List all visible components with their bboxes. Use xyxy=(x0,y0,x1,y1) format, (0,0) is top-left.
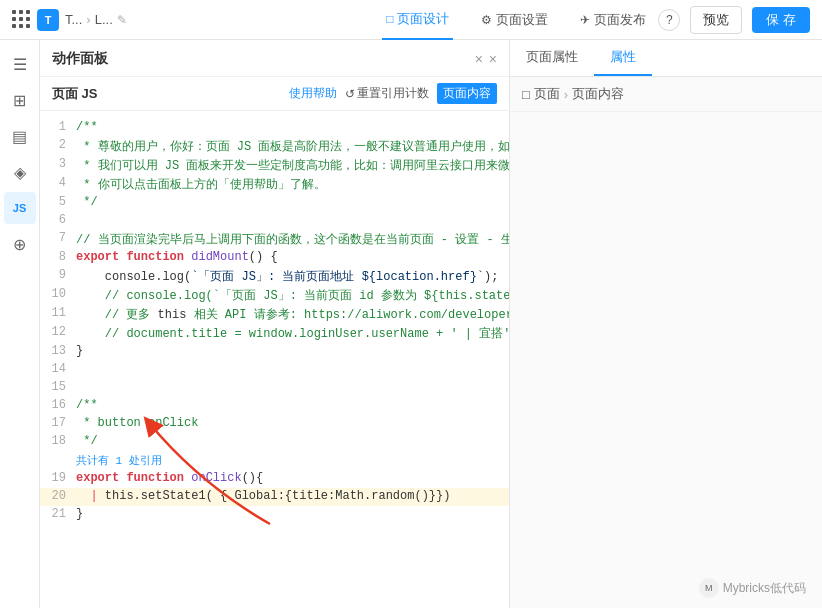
breadcrumb: T... › L... ✎ xyxy=(65,12,127,27)
js-icon[interactable]: JS xyxy=(4,192,36,224)
code-line: 9 console.log(`「页面 JS」: 当前页面地址 ${locatio… xyxy=(40,267,509,286)
layout-icon[interactable]: ▤ xyxy=(4,120,36,152)
tab-page-design[interactable]: □ 页面设计 xyxy=(382,0,453,40)
code-line: 3 * 我们可以用 JS 面板来开发一些定制度高功能，比如：调用阿里云接口用来微… xyxy=(40,156,509,175)
ref-count-label: 共计有 1 处引用 xyxy=(40,451,509,470)
topbar-right: ? 预览 保 存 xyxy=(658,6,810,34)
code-line: 1 /** xyxy=(40,119,509,137)
attr-header: □ 页面 › 页面内容 xyxy=(510,77,822,112)
right-panel-tabs: 页面属性 属性 xyxy=(510,40,822,77)
main-layout: ☰ ⊞ ▤ ◈ JS ⊕ 动作面板 × × 页面 JS 使用帮助 ↺ 重置引用计… xyxy=(0,40,822,608)
code-line: 4 * 你可以点击面板上方的「使用帮助」了解。 xyxy=(40,175,509,194)
page-js-actions: 使用帮助 ↺ 重置引用计数 页面内容 xyxy=(289,83,497,104)
code-line: 6 xyxy=(40,212,509,230)
minimize-button[interactable]: × xyxy=(475,51,483,67)
page-js-title: 页面 JS xyxy=(52,85,98,103)
code-line: 13 } xyxy=(40,343,509,361)
action-panel-title: 动作面板 xyxy=(52,50,108,68)
app-logo: T xyxy=(37,9,59,31)
help-button[interactable]: ? xyxy=(658,9,680,31)
topbar-tabs: □ 页面设计 ⚙ 页面设置 ✈ 页面发布 xyxy=(382,0,650,40)
attr-breadcrumb: □ 页面 › 页面内容 xyxy=(522,85,624,103)
settings-icon: ⚙ xyxy=(481,13,492,27)
code-line: 7 // 当页面渲染完毕后马上调用下面的函数，这个函数是在当前页面 - 设置 -… xyxy=(40,230,509,249)
action-panel-header: 动作面板 × × xyxy=(40,40,509,77)
help-link[interactable]: 使用帮助 xyxy=(289,85,337,102)
code-line: 17 * button onClick xyxy=(40,415,509,433)
design-icon: □ xyxy=(386,12,393,26)
watermark: M Mybricks低代码 xyxy=(699,578,806,598)
code-line: 2 * 尊敬的用户，你好：页面 JS 面板是高阶用法，一般不建议普通用户使用，如… xyxy=(40,137,509,156)
code-line: 8 export function didMount() { xyxy=(40,249,509,267)
action-panel: 动作面板 × × 页面 JS 使用帮助 ↺ 重置引用计数 页面内容 1 xyxy=(40,40,510,608)
preview-button[interactable]: 预览 xyxy=(690,6,742,34)
left-sidebar: ☰ ⊞ ▤ ◈ JS ⊕ xyxy=(0,40,40,608)
components-icon[interactable]: ⊞ xyxy=(4,84,36,116)
grid-icon[interactable] xyxy=(12,10,31,29)
close-buttons: × × xyxy=(475,51,497,67)
watermark-text: Mybricks低代码 xyxy=(723,580,806,597)
code-editor[interactable]: 1 /** 2 * 尊敬的用户，你好：页面 JS 面板是高阶用法，一般不建议普通… xyxy=(40,111,509,608)
topbar: T T... › L... ✎ □ 页面设计 ⚙ 页面设置 ✈ 页面发布 ? 预… xyxy=(0,0,822,40)
tab-page-settings[interactable]: ⚙ 页面设置 xyxy=(477,0,552,40)
code-line-highlight: 20 | this.setState1( { Global:{title:Mat… xyxy=(40,488,509,506)
save-button[interactable]: 保 存 xyxy=(752,7,810,33)
code-line: 5 */ xyxy=(40,194,509,212)
edit-icon[interactable]: ✎ xyxy=(117,13,127,27)
close-button[interactable]: × xyxy=(489,51,497,67)
code-line: 14 xyxy=(40,361,509,379)
code-line: 19 export function onClick(){ xyxy=(40,470,509,488)
code-line: 21 } xyxy=(40,506,509,524)
page-content-button[interactable]: 页面内容 xyxy=(437,83,497,104)
watermark-logo: M xyxy=(699,578,719,598)
code-line: 16 /** xyxy=(40,397,509,415)
code-line: 18 */ xyxy=(40,433,509,451)
menu-icon[interactable]: ☰ xyxy=(4,48,36,80)
attr-page-icon: □ xyxy=(522,87,530,102)
topbar-left: T T... › L... ✎ xyxy=(12,9,374,31)
tab-attributes[interactable]: 属性 xyxy=(594,40,652,76)
tab-page-publish[interactable]: ✈ 页面发布 xyxy=(576,0,650,40)
code-line: 15 xyxy=(40,379,509,397)
data-icon[interactable]: ◈ xyxy=(4,156,36,188)
tab-page-properties[interactable]: 页面属性 xyxy=(510,40,594,76)
publish-icon: ✈ xyxy=(580,13,590,27)
reset-button[interactable]: ↺ 重置引用计数 xyxy=(345,85,429,102)
code-line: 11 // 更多 this 相关 API 请参考: https://aliwor… xyxy=(40,305,509,324)
right-panel: 页面属性 属性 □ 页面 › 页面内容 xyxy=(510,40,822,608)
page-js-bar: 页面 JS 使用帮助 ↺ 重置引用计数 页面内容 xyxy=(40,77,509,111)
reset-icon: ↺ xyxy=(345,87,355,101)
code-line: 10 // console.log(`「页面 JS」: 当前页面 id 参数为 … xyxy=(40,286,509,305)
code-line: 12 // document.title = window.loginUser.… xyxy=(40,324,509,343)
link-icon[interactable]: ⊕ xyxy=(4,228,36,260)
